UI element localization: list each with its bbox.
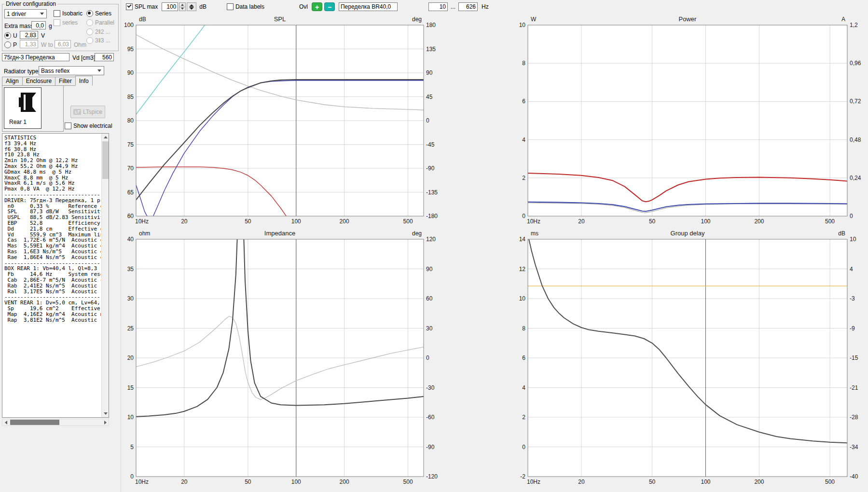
vertical-scrollbar-thumb[interactable] [102,141,109,179]
svg-text:-34: -34 [850,444,858,451]
svg-text:0,72: 0,72 [850,98,861,105]
parallel-radio: Parallel [86,19,114,26]
speaker-preview-box[interactable]: Rear 1 [4,87,41,129]
spin-up-icon [181,4,184,6]
svg-text:0: 0 [130,473,134,480]
isobaric-checkbox[interactable]: Isobaric [54,10,83,17]
isobaric-checkbox-box[interactable] [54,10,60,17]
svg-text:W: W [531,16,537,23]
svg-text:6: 6 [522,98,525,105]
speaker-icon [4,90,40,117]
scroll-down-button[interactable] [102,410,109,417]
svg-text:10: 10 [127,414,134,421]
voltage-input[interactable] [20,31,38,39]
radiator-type-select[interactable]: Bass reflex [39,66,104,75]
driver-name-input[interactable] [2,53,69,61]
tab-filter[interactable]: Filter [55,77,76,86]
three-parallel-label: 3‖3 ... [95,37,110,44]
svg-text:90: 90 [426,266,433,273]
scroll-left-button[interactable] [2,419,9,425]
scroll-up-button[interactable] [102,134,109,141]
tab-enclosure[interactable]: Enclosure [22,77,55,86]
svg-text:0,96: 0,96 [850,60,861,67]
svg-text:60: 60 [426,295,433,302]
svg-text:200: 200 [340,478,349,485]
scroll-left-icon [5,421,7,424]
triangle-up-icon [189,4,194,7]
svg-text:2: 2 [522,175,525,181]
data-labels-checkbox-box[interactable] [227,3,234,10]
svg-text:10: 10 [850,236,856,243]
svg-text:4: 4 [522,137,525,143]
spl-max-spinner [179,2,186,11]
hz-unit-label: Hz [482,3,489,10]
series-radio-label: Series [95,10,111,17]
freq-to-input[interactable] [458,2,478,11]
svg-text:-30: -30 [426,384,435,391]
svg-text:20: 20 [181,218,188,225]
show-electrical-checkbox[interactable]: Show electrical [65,123,112,129]
extra-mass-input[interactable] [31,21,46,29]
spl-max-checkbox-box[interactable] [126,3,133,10]
chevron-down-icon [97,69,101,72]
parallel-radio-label: Parallel [95,19,114,26]
overlay-name-input[interactable] [339,2,398,11]
statistics-vertical-scrollbar[interactable] [101,134,109,417]
scroll-right-button[interactable] [102,419,109,425]
add-overlay-button[interactable]: + [312,2,322,11]
voltage-radio-circle[interactable] [4,32,11,39]
svg-text:200: 200 [754,218,764,225]
svg-text:100: 100 [701,478,710,485]
spl-max-input[interactable] [162,2,178,11]
svg-text:ms: ms [531,230,538,237]
driver-count-select[interactable]: 1 driver [4,9,47,18]
db-unit-label: dB [199,3,207,10]
power-radio[interactable]: P [4,41,17,48]
data-labels-checkbox[interactable]: Data labels [227,3,264,10]
statistics-horizontal-scrollbar[interactable] [2,419,109,426]
svg-text:8: 8 [522,325,525,332]
svg-text:6: 6 [522,355,525,361]
svg-text:0,48: 0,48 [850,137,861,143]
scroll-right-icon [104,421,107,424]
data-labels-label: Data labels [235,3,264,10]
spinner-down-button[interactable] [179,7,186,12]
vd-input[interactable] [95,53,114,61]
svg-text:Impedance: Impedance [264,230,295,237]
remove-overlay-button[interactable]: − [324,2,335,11]
svg-text:12: 12 [519,266,526,273]
svg-text:2: 2 [522,414,525,421]
series-radio[interactable]: Series [86,10,111,17]
svg-text:100: 100 [124,22,134,28]
svg-text:10Hz: 10Hz [527,218,540,225]
autoscale-button[interactable] [187,2,196,11]
power-ohm-input [55,40,71,48]
voltage-radio[interactable]: U [4,32,17,39]
spl-max-checkbox[interactable]: SPL max [126,3,158,10]
parallel-radio-circle [86,19,93,26]
svg-text:135: 135 [426,46,436,53]
freq-from-input[interactable] [428,2,448,11]
svg-text:-9: -9 [850,325,855,332]
horizontal-scrollbar-thumb[interactable] [10,420,59,425]
power-radio-circle[interactable] [4,41,11,48]
svg-text:ohm: ohm [139,230,150,237]
svg-text:85: 85 [127,94,134,100]
tab-align[interactable]: Align [2,77,23,86]
svg-text:0: 0 [522,213,525,219]
svg-text:0: 0 [522,444,525,451]
svg-text:0: 0 [426,355,429,361]
svg-text:-135: -135 [426,189,438,196]
tab-info[interactable]: Info [75,76,93,86]
svg-text:Group delay: Group delay [671,230,705,237]
series-checkbox-label: series [62,19,78,26]
svg-text:-180: -180 [426,213,438,219]
svg-text:SPL: SPL [274,15,286,23]
spinner-up-button[interactable] [179,2,186,7]
svg-text:100: 100 [291,478,301,485]
show-electrical-checkbox-box[interactable] [65,123,71,129]
series-radio-circle[interactable] [86,10,93,17]
svg-text:60: 60 [127,213,134,219]
svg-text:500: 500 [403,218,413,225]
impedance-chart: 0510152025303540-120-90-60-3003060901201… [121,228,447,492]
